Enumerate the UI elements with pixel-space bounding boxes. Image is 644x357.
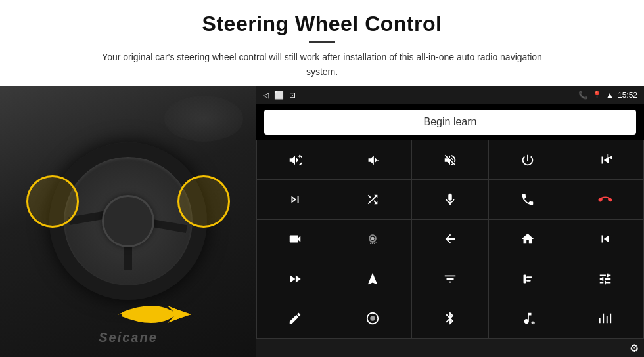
grid-cell-home[interactable] [489,220,566,259]
svg-text:|◀◀: |◀◀ [607,154,612,160]
grid-cell-navigate[interactable] [334,259,411,298]
control-panel: ◁ ⬜ ⊡ 📞 📍 ▲ 15:52 Begin learn [256,86,644,357]
content-area: Seicane ◁ ⬜ ⊡ 📞 📍 ▲ 15:52 Begin [0,86,644,357]
yellow-arrow [118,298,197,331]
shuffle-icon [365,192,380,207]
pen-icon [288,311,302,326]
recents-nav-icon[interactable]: ⊡ [289,91,296,100]
grid-cell-equalizer[interactable] [566,299,643,338]
location-status-icon: 📍 [592,91,602,100]
360-icon: 360° [366,232,379,245]
grid-cell-phone-call[interactable] [489,180,566,219]
grid-cell-pen[interactable] [257,299,334,338]
begin-learn-row: Begin learn [256,104,644,140]
icon-grid: + − |◀◀ [256,140,644,339]
grid-cell-shuffle[interactable] [334,180,411,219]
header-section: Steering Wheel Control Your original car… [0,0,644,86]
sliders-icon [598,272,612,286]
gear-settings-button[interactable]: ⚙ [630,342,639,354]
steering-wheel-outer [49,142,207,300]
grid-cell-prev-track[interactable]: |◀◀ [566,140,643,179]
back-icon [443,232,457,246]
status-left: ◁ ⬜ ⊡ [263,91,296,100]
back-nav-icon[interactable]: ◁ [263,91,269,100]
grid-cell-vol-down[interactable]: − [334,140,411,179]
phone-call-icon [520,192,535,207]
svg-text:−: − [376,157,379,163]
status-time: 15:52 [618,91,637,100]
status-right: 📞 📍 ▲ 15:52 [578,91,637,100]
vol-up-icon: + [288,153,302,167]
svg-point-9 [371,316,375,321]
equalizer-icon [598,311,612,326]
grid-cell-sliders[interactable] [566,259,643,298]
eq-icon [443,272,457,286]
grid-cell-record[interactable] [489,259,566,298]
grid-cell-mic[interactable] [412,180,489,219]
svg-text:+: + [298,154,301,159]
svg-rect-7 [526,280,530,282]
grid-cell-music-settings[interactable]: ⚙ [489,299,566,338]
vol-down-icon: − [365,153,380,167]
title-divider [309,41,335,43]
steering-wheel-inner [102,195,154,247]
svg-rect-5 [523,274,526,283]
grid-cell-hang-up[interactable] [566,180,643,219]
svg-text:360°: 360° [370,242,377,245]
circle-btn-icon [365,311,380,326]
grid-cell-back[interactable] [412,220,489,259]
page-title: Steering Wheel Control [26,12,618,36]
grid-cell-next-track[interactable] [257,180,334,219]
360-view-container: 360° [366,232,379,245]
skip-back-icon [598,232,612,246]
highlight-circle-right [177,175,230,228]
fast-forward-icon [288,272,302,286]
bluetooth-icon [443,311,457,326]
status-bar: ◁ ⬜ ⊡ 📞 📍 ▲ 15:52 [256,86,644,104]
hang-up-icon [598,192,612,207]
grid-cell-camera[interactable] [257,220,334,259]
grid-cell-vol-up[interactable]: + [257,140,334,179]
grid-cell-eq[interactable] [412,259,489,298]
grid-cell-fast-forward[interactable] [257,259,334,298]
bottom-bar: ⚙ [256,339,644,357]
home-icon [520,232,535,246]
home-nav-icon[interactable]: ⬜ [274,91,284,100]
next-track-icon [288,192,302,207]
svg-point-3 [371,237,375,240]
record-icon [520,272,535,286]
grid-cell-power[interactable] [489,140,566,179]
mic-icon [443,192,457,207]
highlight-circle-left [26,175,79,228]
image-side: Seicane [0,86,256,357]
svg-rect-6 [526,276,532,278]
vol-mute-icon [443,153,457,167]
signal-status-icon: ▲ [606,91,614,100]
power-icon [520,153,535,167]
page-wrapper: Steering Wheel Control Your original car… [0,0,644,357]
steering-wheel-container [0,86,256,357]
music-settings-icon: ⚙ [520,311,535,326]
grid-cell-circle-btn[interactable] [334,299,411,338]
grid-cell-bluetooth[interactable] [412,299,489,338]
begin-learn-button[interactable]: Begin learn [264,110,636,135]
phone-status-icon: 📞 [578,91,588,100]
prev-track-icon: |◀◀ [598,153,612,167]
camera-icon [288,232,302,246]
subtitle: Your original car's steering wheel contr… [85,50,559,79]
svg-text:⚙: ⚙ [531,321,534,325]
grid-cell-vol-mute[interactable] [412,140,489,179]
grid-cell-skip-back[interactable] [566,220,643,259]
navigate-icon [365,272,380,286]
grid-cell-360[interactable]: 360° [334,220,411,259]
seicane-watermark: Seicane [99,330,158,345]
